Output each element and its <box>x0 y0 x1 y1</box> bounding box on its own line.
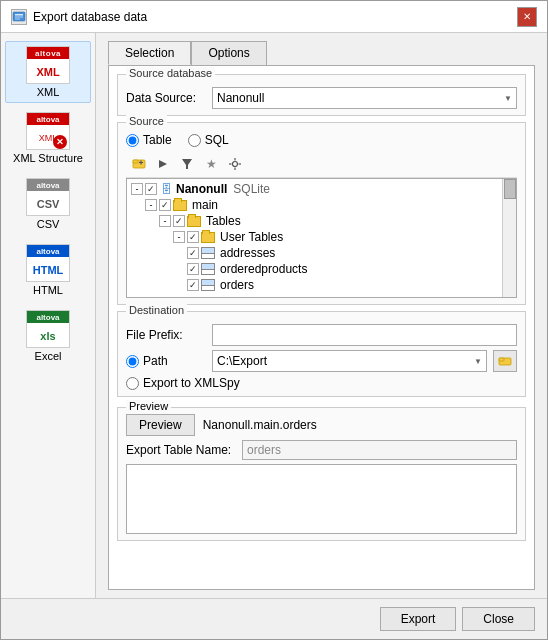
tree-label-orders: orders <box>220 278 254 292</box>
preview-row: Preview Nanonull.main.orders <box>126 414 517 436</box>
filter-button[interactable] <box>176 153 198 175</box>
sidebar-item-xml-structure[interactable]: altova XML ✕ XML Structure <box>5 107 91 169</box>
orders-table-icon <box>201 279 215 291</box>
content-area: altova XML XML altova XML ✕ XML Structur… <box>1 33 547 598</box>
add-button[interactable] <box>128 153 150 175</box>
preview-text: Nanonull.main.orders <box>203 418 317 432</box>
star-button[interactable]: ★ <box>200 153 222 175</box>
close-button[interactable]: Close <box>462 607 535 631</box>
tree-node-nanonull[interactable]: - 🗄 Nanonull SQLite <box>129 181 514 197</box>
tree-node-addresses[interactable]: addresses <box>129 245 514 261</box>
tab-selection[interactable]: Selection <box>108 41 191 65</box>
tree-toggle-main[interactable]: - <box>145 199 157 211</box>
export-button[interactable]: Export <box>380 607 457 631</box>
tables-folder-icon <box>187 216 201 227</box>
export-name-row: Export Table Name: <box>126 440 517 460</box>
path-combo[interactable]: C:\Export ▼ <box>212 350 487 372</box>
export-xmlspy-radio-input[interactable] <box>126 377 139 390</box>
tree-label-nanonull: Nanonull <box>176 182 227 196</box>
sidebar-item-html[interactable]: altova HTML HTML <box>5 239 91 301</box>
filter-icon <box>180 157 194 171</box>
export-table-name-input[interactable] <box>242 440 517 460</box>
user-tables-folder-icon <box>201 232 215 243</box>
tree-label-tables: Tables <box>206 214 241 228</box>
close-icon[interactable]: ✕ <box>517 7 537 27</box>
browse-button[interactable] <box>493 350 517 372</box>
tree-check-orders[interactable] <box>187 279 199 291</box>
tree-check-main[interactable] <box>159 199 171 211</box>
tree-label-sqlite: SQLite <box>233 182 270 196</box>
svg-rect-16 <box>499 358 504 361</box>
export-table-name-label: Export Table Name: <box>126 443 236 457</box>
path-combo-arrow-icon: ▼ <box>474 357 482 366</box>
svg-marker-9 <box>182 159 192 169</box>
bottom-bar: Export Close <box>1 598 547 639</box>
tree-node-user-tables[interactable]: - User Tables <box>129 229 514 245</box>
nanonull-db-icon: 🗄 <box>161 183 172 195</box>
tab-options[interactable]: Options <box>191 41 266 65</box>
dialog-title: Export database data <box>33 10 147 24</box>
table-radio[interactable]: Table <box>126 133 172 147</box>
source-type-row: Table SQL <box>126 133 517 147</box>
sidebar-html-label: HTML <box>33 284 63 296</box>
tree-node-orders[interactable]: orders <box>129 277 514 293</box>
path-radio[interactable]: Path <box>126 354 206 368</box>
sidebar-item-xml[interactable]: altova XML XML <box>5 41 91 103</box>
tree-check-addresses[interactable] <box>187 247 199 259</box>
svg-marker-8 <box>159 160 167 168</box>
tree-label-addresses: addresses <box>220 246 275 260</box>
data-source-combo[interactable]: Nanonull ▼ <box>212 87 517 109</box>
tree-toolbar: ★ <box>126 151 517 178</box>
scrollbar-thumb[interactable] <box>504 179 516 199</box>
preview-section: Preview Preview Nanonull.main.orders Exp… <box>117 407 526 541</box>
database-tree[interactable]: - 🗄 Nanonull SQLite - main <box>126 178 517 298</box>
table-radio-input[interactable] <box>126 134 139 147</box>
sidebar: altova XML XML altova XML ✕ XML Structur… <box>1 33 96 598</box>
tree-node-tables[interactable]: - Tables <box>129 213 514 229</box>
folder-browse-icon <box>498 355 512 367</box>
html-file-icon: altova HTML <box>26 244 70 282</box>
sidebar-item-csv[interactable]: altova CSV CSV <box>5 173 91 235</box>
tree-node-main[interactable]: - main <box>129 197 514 213</box>
tab-content-selection: Source database Data Source: Nanonull ▼ … <box>108 65 535 590</box>
arrow-button[interactable] <box>152 153 174 175</box>
file-prefix-input[interactable] <box>212 324 517 346</box>
tree-check-user-tables[interactable] <box>187 231 199 243</box>
preview-button[interactable]: Preview <box>126 414 195 436</box>
tree-node-orderedproducts[interactable]: orderedproducts <box>129 261 514 277</box>
preview-box <box>126 464 517 534</box>
xml-file-icon: altova XML <box>26 46 70 84</box>
sql-radio[interactable]: SQL <box>188 133 229 147</box>
sidebar-xml-structure-label: XML Structure <box>13 152 83 164</box>
excel-file-icon: altova xls <box>26 310 70 348</box>
svg-point-10 <box>233 162 238 167</box>
tree-toggle-tables[interactable]: - <box>159 215 171 227</box>
data-source-row: Data Source: Nanonull ▼ <box>126 87 517 109</box>
destination-section: Destination File Prefix: Path C:\Expor <box>117 311 526 397</box>
tree-check-nanonull[interactable] <box>145 183 157 195</box>
tree-check-tables[interactable] <box>173 215 185 227</box>
export-xmlspy-radio[interactable]: Export to XMLSpy <box>126 376 240 390</box>
file-prefix-row: File Prefix: <box>126 324 517 346</box>
svg-rect-5 <box>133 160 138 163</box>
csv-file-icon: altova CSV <box>26 178 70 216</box>
star-icon: ★ <box>206 157 217 171</box>
tree-toggle-nanonull[interactable]: - <box>131 183 143 195</box>
sidebar-item-excel[interactable]: altova xls Excel <box>5 305 91 367</box>
path-radio-input[interactable] <box>126 355 139 368</box>
tree-scrollbar[interactable] <box>502 179 516 297</box>
source-label: Source <box>126 115 167 127</box>
source-section: Source Table SQL <box>117 122 526 305</box>
path-row: Path C:\Export ▼ <box>126 350 517 372</box>
sidebar-xml-label: XML <box>37 86 60 98</box>
folder-add-icon <box>132 157 146 171</box>
sidebar-excel-label: Excel <box>35 350 62 362</box>
sql-radio-input[interactable] <box>188 134 201 147</box>
tree-toggle-user-tables[interactable]: - <box>173 231 185 243</box>
settings-icon <box>228 157 242 171</box>
settings-button[interactable] <box>224 153 246 175</box>
tree-check-orderedproducts[interactable] <box>187 263 199 275</box>
addresses-table-icon <box>201 247 215 259</box>
file-prefix-label: File Prefix: <box>126 328 206 342</box>
tree-label-orderedproducts: orderedproducts <box>220 262 307 276</box>
